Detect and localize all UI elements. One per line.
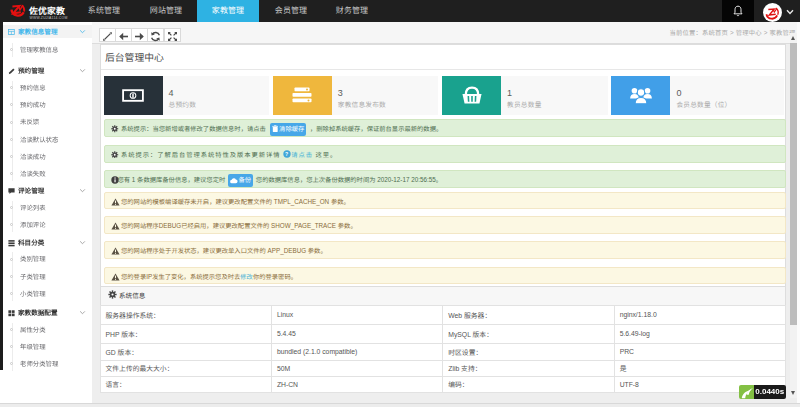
svg-text:?: ? <box>285 150 289 156</box>
